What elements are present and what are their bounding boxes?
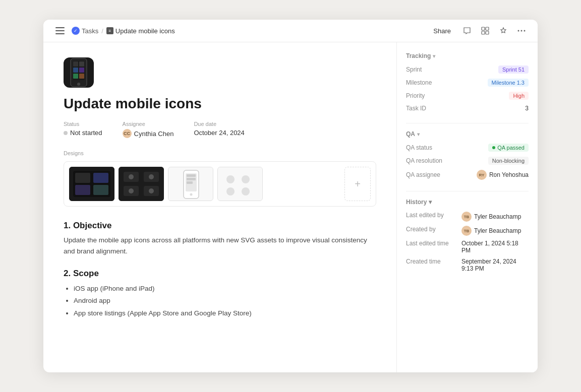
svg-point-30 (149, 188, 154, 193)
qa-resolution-value: Non-blocking (488, 157, 529, 165)
last-editor-avatar: TB (461, 212, 472, 222)
tracking-section: Tracking ▾ Sprint Sprint 51 Milestone Mi… (406, 52, 529, 112)
created-by-row: Created by TB Tyler Beauchamp (406, 226, 529, 236)
svg-rect-19 (93, 173, 108, 183)
task-id-label: Task ID (406, 105, 456, 112)
history-section: History ▾ Last edited by TB Tyler Beauch… (406, 199, 529, 272)
svg-rect-18 (75, 173, 90, 183)
qa-assignee-row: QA assignee RY Ron Yehoshua (406, 170, 529, 180)
status-not-started-dot (64, 131, 68, 135)
design-thumb-3[interactable] (168, 167, 213, 201)
milestone-badge[interactable]: Milestone 1.3 (488, 79, 529, 87)
creator-avatar: TB (461, 226, 472, 236)
share-button[interactable]: Share (429, 25, 455, 37)
last-edited-by-row: Last edited by TB Tyler Beauchamp (406, 212, 529, 222)
svg-point-15 (77, 83, 80, 86)
qa-status-badge[interactable]: QA passed (488, 144, 529, 152)
divider-1 (406, 123, 529, 123)
tasks-check-icon: ✓ (72, 27, 80, 35)
svg-point-40 (242, 175, 250, 183)
design-4-preview (218, 167, 263, 201)
design-1-preview (69, 167, 114, 201)
design-thumb-2[interactable] (119, 167, 164, 201)
meta-status-value: Not started (64, 129, 102, 137)
content-area: Update mobile icons Status Not started A… (43, 42, 396, 372)
svg-point-4 (518, 30, 519, 32)
last-edited-time-label: Last edited time (406, 240, 461, 254)
add-design-button[interactable]: + (344, 167, 371, 201)
divider-2 (406, 191, 529, 191)
sprint-badge[interactable]: Sprint 51 (498, 66, 529, 74)
svg-rect-12 (79, 68, 84, 73)
designs-label: Designs (64, 150, 376, 156)
sprint-label: Sprint (406, 66, 456, 73)
svg-rect-3 (486, 31, 489, 34)
svg-rect-38 (218, 167, 263, 201)
last-edited-time-row: Last edited time October 1, 2024 5:18 PM (406, 240, 529, 254)
sprint-value: Sprint 51 (498, 66, 529, 74)
more-options-button[interactable] (515, 28, 528, 34)
task-icon (64, 57, 94, 88)
svg-rect-2 (482, 31, 485, 34)
svg-rect-34 (187, 174, 196, 177)
priority-badge[interactable]: High (509, 92, 529, 100)
milestone-row: Milestone Milestone 1.3 (406, 79, 529, 87)
task-id-row: Task ID 3 (406, 105, 529, 112)
qa-header[interactable]: QA ▾ (406, 130, 529, 138)
scope-section: 2. Scope iOS app (iPhone and iPad) Andro… (64, 269, 376, 319)
objective-body: Update the mobile app icons across all p… (64, 235, 376, 256)
created-time-value: September 24, 2024 9:13 PM (461, 258, 529, 272)
created-by-label: Created by (406, 226, 461, 236)
more-icon (517, 30, 526, 32)
comment-icon (463, 27, 471, 35)
task-meta: Status Not started Assignee CC Cynthia C… (64, 121, 376, 138)
design-thumb-1[interactable] (69, 167, 114, 201)
milestone-value: Milestone 1.3 (488, 79, 529, 87)
layout-icon (481, 27, 489, 35)
objective-section: 1. Objective Update the mobile app icons… (64, 221, 376, 256)
svg-rect-9 (73, 61, 78, 67)
last-edited-by-value: TB Tyler Beauchamp (461, 212, 529, 222)
svg-rect-21 (93, 185, 108, 195)
qa-assignee-label: QA assignee (406, 171, 456, 178)
svg-rect-11 (73, 68, 78, 73)
hamburger-icon (55, 27, 65, 34)
comment-button[interactable] (461, 25, 473, 37)
qa-chevron: ▾ (417, 132, 420, 137)
svg-rect-35 (187, 178, 196, 180)
svg-rect-36 (187, 181, 193, 184)
designs-section: Designs (64, 150, 376, 207)
priority-value: High (509, 92, 529, 100)
qa-assignee-avatar: RY (477, 170, 487, 180)
breadcrumb-tasks-item[interactable]: ✓ Tasks (72, 27, 98, 35)
star-button[interactable] (497, 25, 509, 37)
svg-rect-14 (79, 74, 84, 79)
scope-heading: 2. Scope (64, 269, 376, 279)
breadcrumb-tasks-label: Tasks (82, 27, 98, 35)
svg-rect-10 (79, 61, 84, 67)
svg-point-41 (226, 187, 235, 195)
qa-resolution-badge[interactable]: Non-blocking (488, 157, 529, 165)
qa-assignee-value: RY Ron Yehoshua (477, 170, 529, 180)
tracking-header[interactable]: Tracking ▾ (406, 52, 529, 59)
layout-button[interactable] (479, 25, 491, 37)
objective-heading: 1. Objective (64, 221, 376, 231)
sidebar-panel: Tracking ▾ Sprint Sprint 51 Milestone Mi… (396, 42, 538, 372)
last-edited-by-label: Last edited by (406, 212, 461, 222)
design-thumb-4[interactable] (217, 167, 263, 201)
history-header[interactable]: History ▾ (406, 199, 529, 206)
breadcrumb-page-item: ≡ Update mobile icons (106, 27, 175, 35)
task-title: Update mobile icons (64, 96, 376, 112)
scope-list: iOS app (iPhone and iPad) Android app Ap… (64, 283, 376, 319)
created-time-row: Created time September 24, 2024 9:13 PM (406, 258, 529, 272)
assignee-avatar: CC (123, 129, 132, 138)
page-doc-icon: ≡ (106, 27, 113, 34)
meta-assignee-label: Assignee (123, 121, 174, 127)
created-time-label: Created time (406, 258, 461, 272)
priority-row: Priority High (406, 92, 529, 100)
svg-point-6 (524, 30, 526, 32)
qa-status-row: QA status QA passed (406, 144, 529, 152)
hamburger-menu-button[interactable] (53, 25, 67, 36)
sprint-row: Sprint Sprint 51 (406, 66, 529, 74)
tracking-chevron: ▾ (433, 53, 435, 59)
